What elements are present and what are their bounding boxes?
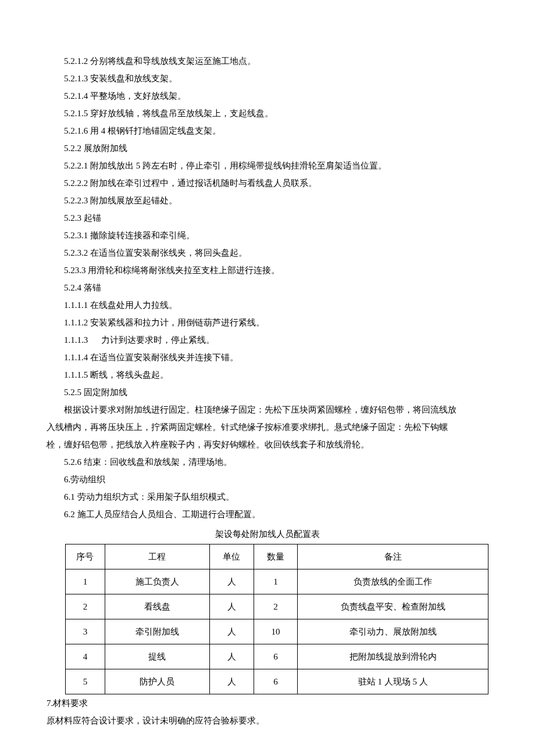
body-line: 5.2.5 固定附加线: [47, 384, 488, 401]
body-line: 1.1.1.4 在适当位置安装耐张线夹并连接下锚。: [47, 349, 488, 366]
body-line: 5.2.1.6 用 4 根钢钎打地锚固定线盘支架。: [47, 122, 488, 139]
table-caption: 架设每处附加线人员配置表: [47, 525, 488, 543]
table-cell: 牵引动力、展放附加线: [298, 619, 488, 644]
body-line: 6.1 劳动力组织方式：采用架子队组织模式。: [47, 488, 488, 506]
table-row: 3牵引附加线人10牵引动力、展放附加线: [66, 619, 488, 644]
body-line: 5.2.1.4 平整场地，支好放线架。: [47, 87, 488, 105]
body-line: 5.2.1.3 安装线盘和放线支架。: [47, 70, 488, 87]
table-cell: 5: [66, 669, 105, 694]
body-line: 6.2 施工人员应结合人员组合、工期进行合理配置。: [47, 506, 488, 523]
table-cell: 驻站 1 人现场 5 人: [298, 669, 488, 694]
body-line: 5.2.2.1 附加线放出 5 跨左右时，停止牵引，用棕绳带提线钩挂滑轮至肩架适…: [47, 157, 488, 174]
body-line: 入线槽内，再将压块压上，拧紧两固定螺栓。针式绝缘子按标准要求绑扎。悬式绝缘子固定…: [47, 418, 488, 436]
body-line: 5.2.3 起锚: [47, 209, 488, 227]
body-line: 6.劳动组织: [47, 471, 488, 488]
table-cell: 人: [209, 669, 254, 694]
table-cell: 人: [209, 619, 254, 644]
body-line: 5.2.1.2 分别将线盘和导线放线支架运至施工地点。: [47, 52, 488, 70]
table-cell: 2: [254, 594, 298, 619]
table-row: 2看线盘人2负责线盘平安、检查附加线: [66, 594, 488, 619]
body-line: 5.2.3.2 在适当位置安装耐张线夹，将回头盘起。: [47, 244, 488, 261]
body-line: 5.2.1.5 穿好放线轴，将线盘吊至放线架上，支起线盘。: [47, 105, 488, 122]
th-seq: 序号: [66, 544, 105, 569]
table-cell: 3: [66, 619, 105, 644]
table-cell: 4: [66, 644, 105, 669]
table-row: 5防护人员人6驻站 1 人现场 5 人: [66, 669, 488, 694]
body-line: 5.2.2.2 附加线在牵引过程中，通过报话机随时与看线盘人员联系。: [47, 174, 488, 192]
after-line: 7.材料要求: [47, 694, 488, 712]
body-line: 1.1.1.3 力计到达要求时，停止紧线。: [47, 331, 488, 349]
table-cell: 1: [254, 569, 298, 594]
table-row: 1施工负责人人1负责放线的全面工作: [66, 569, 488, 594]
body-line: 1.1.1.5 断线，将线头盘起。: [47, 366, 488, 384]
table-cell: 人: [209, 569, 254, 594]
table-cell: 6: [254, 644, 298, 669]
th-project: 工程: [105, 544, 209, 569]
after-paragraphs: 7.材料要求原材料应符合设计要求，设计未明确的应符合验标要求。: [47, 694, 488, 729]
table-cell: 提线: [105, 644, 209, 669]
table-cell: 6: [254, 669, 298, 694]
table-cell: 负责线盘平安、检查附加线: [298, 594, 488, 619]
body-line: 5.23.3 用滑轮和棕绳将耐张线夹拉至支柱上部进行连接。: [47, 261, 488, 279]
after-line: 原材料应符合设计要求，设计未明确的应符合验标要求。: [47, 712, 488, 729]
table-cell: 把附加线提放到滑轮内: [298, 644, 488, 669]
body-line: 5.2.2.3 附加线展放至起锚处。: [47, 192, 488, 209]
th-unit: 单位: [209, 544, 254, 569]
table-cell: 负责放线的全面工作: [298, 569, 488, 594]
body-line: 根据设计要求对附加线进行固定。柱顶绝缘子固定：先松下压块两紧固螺栓，缠好铝包带，…: [47, 401, 488, 418]
table-cell: 防护人员: [105, 669, 209, 694]
th-qty: 数量: [254, 544, 298, 569]
body-line: 5.2.3.1 撤除旋转连接器和牵引绳。: [47, 227, 488, 244]
table-cell: 1: [66, 569, 105, 594]
table-row: 4提线人6把附加线提放到滑轮内: [66, 644, 488, 669]
table-header-row: 序号 工程 单位 数量 备注: [66, 544, 488, 569]
table-cell: 10: [254, 619, 298, 644]
body-line: 1.1.1.1 在线盘处用人力拉线。: [47, 296, 488, 314]
document-body: 5.2.1.2 分别将线盘和导线放线支架运至施工地点。5.2.1.3 安装线盘和…: [47, 52, 488, 729]
table-cell: 施工负责人: [105, 569, 209, 594]
table-cell: 人: [209, 644, 254, 669]
table-cell: 人: [209, 594, 254, 619]
staffing-table: 序号 工程 单位 数量 备注 1施工负责人人1负责放线的全面工作2看线盘人2负责…: [65, 544, 488, 694]
paragraph-lines: 5.2.1.2 分别将线盘和导线放线支架运至施工地点。5.2.1.3 安装线盘和…: [47, 52, 488, 523]
body-line: 5.2.4 落锚: [47, 279, 488, 296]
table-cell: 看线盘: [105, 594, 209, 619]
body-line: 1.1.1.2 安装紧线器和拉力计，用倒链葫芦进行紧线。: [47, 314, 488, 331]
body-line: 5.2.2 展放附加线: [47, 139, 488, 157]
table-cell: 牵引附加线: [105, 619, 209, 644]
table-cell: 2: [66, 594, 105, 619]
th-remark: 备注: [298, 544, 488, 569]
body-line: 栓，缠好铝包带，把线放入杵座鞍子内，再安好钩螺栓。收回铁线套子和放线滑轮。: [47, 436, 488, 453]
body-line: 5.2.6 结束：回收线盘和放线架，清理场地。: [47, 453, 488, 471]
table-body: 1施工负责人人1负责放线的全面工作2看线盘人2负责线盘平安、检查附加线3牵引附加…: [66, 569, 488, 694]
